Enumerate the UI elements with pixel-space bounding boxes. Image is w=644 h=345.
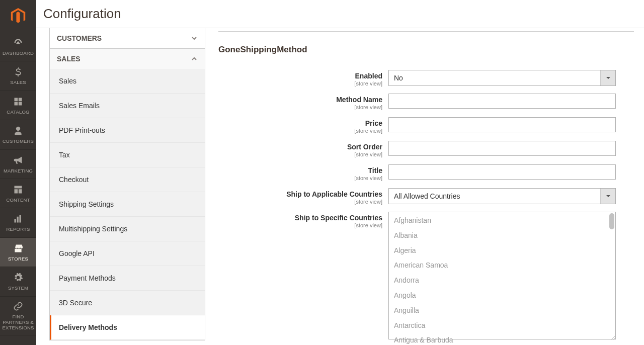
primary-nav: DASHBOARD SALES CATALOG CUSTOMERS MARKET… — [0, 0, 36, 345]
chevron-up-icon — [191, 55, 198, 62]
page-title: Configuration — [43, 6, 632, 22]
acc-sales[interactable]: SALES — [50, 49, 205, 69]
collapsed-section-above[interactable] — [218, 28, 634, 32]
nav-dashboard[interactable]: DASHBOARD — [0, 32, 36, 61]
magento-logo[interactable] — [0, 0, 36, 32]
config-sidebar: CUSTOMERS SALES Sales Sales Emails PDF P… — [36, 28, 205, 345]
label-price: Price — [365, 119, 382, 127]
label-enabled: Enabled — [355, 72, 382, 80]
input-method-name[interactable] — [388, 94, 616, 109]
nav-content[interactable]: CONTENT — [0, 179, 36, 208]
form-area: GoneShippingMethod Enabled [store view] … — [205, 28, 644, 345]
row-sort-order: Sort Order [store view] — [218, 141, 634, 157]
dashboard-icon — [13, 37, 24, 48]
input-sort-order[interactable] — [388, 141, 616, 156]
gear-icon — [13, 272, 24, 283]
row-method-name: Method Name [store view] — [218, 94, 634, 110]
sub-sales[interactable]: Sales — [50, 69, 205, 94]
sub-sales-emails[interactable]: Sales Emails — [50, 94, 205, 118]
section-title[interactable]: GoneShippingMethod — [218, 36, 634, 60]
acc-customers[interactable]: CUSTOMERS — [50, 28, 205, 48]
resize-handle-icon[interactable] — [610, 334, 615, 339]
sub-checkout[interactable]: Checkout — [50, 167, 205, 192]
nav-sales[interactable]: SALES — [0, 61, 36, 91]
sub-payment-methods[interactable]: Payment Methods — [50, 266, 205, 291]
nav-find-partners[interactable]: FIND PARTNERS & EXTENSIONS — [0, 297, 36, 335]
country-option[interactable]: Algeria — [389, 243, 615, 258]
label-ship-specific: Ship to Specific Countries — [295, 214, 382, 222]
multiselect-ship-specific[interactable]: Afghanistan Albania Algeria American Sam… — [388, 212, 616, 339]
nav-marketing[interactable]: MARKETING — [0, 150, 36, 179]
label-method-name: Method Name — [336, 96, 382, 104]
sub-tax[interactable]: Tax — [50, 143, 205, 167]
nav-stores[interactable]: STORES — [0, 238, 36, 267]
link-icon — [13, 301, 24, 312]
dollar-icon — [13, 66, 24, 77]
chevron-down-icon — [600, 189, 615, 204]
content-area: Configuration CUSTOMERS SALES Sales Sale… — [36, 0, 644, 345]
row-ship-applicable: Ship to Applicable Countries [store view… — [218, 188, 634, 205]
sub-google-api[interactable]: Google API — [50, 241, 205, 266]
sub-pdf-printouts[interactable]: PDF Print-outs — [50, 118, 205, 143]
row-ship-specific: Ship to Specific Countries [store view] … — [218, 212, 634, 339]
sub-3d-secure[interactable]: 3D Secure — [50, 291, 205, 315]
scrollbar-thumb[interactable] — [609, 213, 614, 229]
layout-icon — [13, 184, 24, 195]
country-option[interactable]: Antigua & Barbuda — [389, 333, 615, 345]
label-ship-applicable: Ship to Applicable Countries — [286, 190, 382, 198]
country-option[interactable]: Anguilla — [389, 303, 615, 318]
sub-multishipping[interactable]: Multishipping Settings — [50, 217, 205, 241]
country-option[interactable]: Angola — [389, 288, 615, 303]
sub-delivery-methods[interactable]: Delivery Methods — [50, 315, 205, 340]
nav-customers[interactable]: CUSTOMERS — [0, 120, 36, 149]
input-price[interactable] — [388, 117, 616, 132]
chevron-down-icon — [191, 35, 198, 42]
nav-reports[interactable]: REPORTS — [0, 208, 36, 237]
person-icon — [13, 125, 24, 136]
page-header: Configuration — [36, 0, 644, 28]
label-title: Title — [368, 166, 382, 175]
nav-system[interactable]: SYSTEM — [0, 267, 36, 296]
grid-icon — [13, 96, 24, 107]
country-option[interactable]: Afghanistan — [389, 213, 615, 228]
megaphone-icon — [13, 155, 24, 166]
country-option[interactable]: Andorra — [389, 273, 615, 288]
scrollbar[interactable] — [609, 213, 614, 332]
sub-shipping-settings[interactable]: Shipping Settings — [50, 192, 205, 217]
row-title: Title [store view] — [218, 164, 634, 181]
scope-enabled: [store view] — [218, 80, 382, 87]
country-option[interactable]: American Samoa — [389, 258, 615, 273]
acc-sales-body: Sales Sales Emails PDF Print-outs Tax Ch… — [50, 69, 205, 340]
country-option[interactable]: Antarctica — [389, 318, 615, 333]
storefront-icon — [13, 243, 24, 254]
chevron-down-icon — [600, 70, 615, 85]
row-enabled: Enabled [store view] No — [218, 70, 634, 87]
label-sort-order: Sort Order — [347, 143, 382, 151]
row-price: Price [store view] — [218, 117, 634, 134]
country-option[interactable]: Albania — [389, 228, 615, 243]
select-enabled[interactable]: No — [388, 70, 616, 86]
select-ship-applicable[interactable]: All Allowed Countries — [388, 188, 616, 204]
bar-chart-icon — [13, 213, 24, 224]
input-title[interactable] — [388, 164, 616, 180]
nav-catalog[interactable]: CATALOG — [0, 91, 36, 120]
